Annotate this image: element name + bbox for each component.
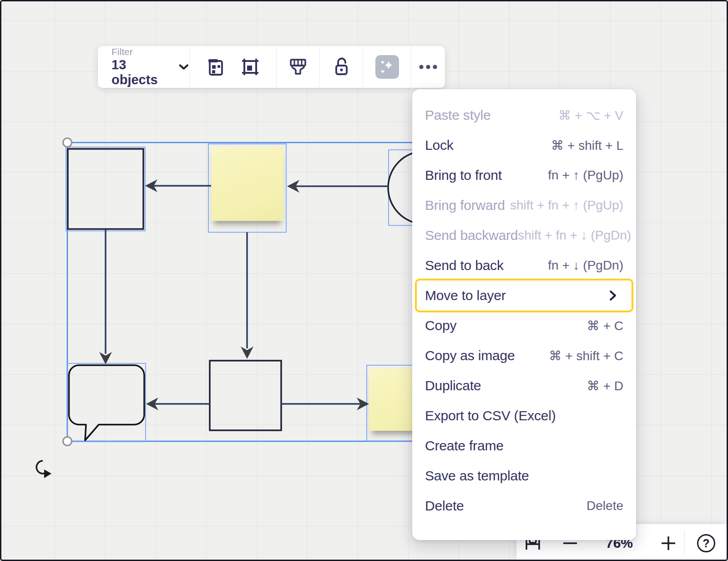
filter-dropdown[interactable]: Filter 13 objects bbox=[98, 46, 190, 88]
menu-item-delete[interactable]: Delete Delete bbox=[412, 491, 636, 521]
question-mark-icon: ? bbox=[697, 534, 715, 552]
chevron-down-icon bbox=[178, 63, 189, 71]
sparkles-icon bbox=[378, 57, 397, 76]
menu-item-export-to-csv[interactable]: Export to CSV (Excel) bbox=[412, 401, 636, 431]
arrange-icon bbox=[205, 56, 226, 77]
lock-button[interactable] bbox=[331, 56, 352, 78]
frame-button[interactable] bbox=[240, 56, 261, 77]
zoom-bar-divider bbox=[684, 530, 685, 553]
menu-item-create-frame[interactable]: Create frame bbox=[412, 431, 636, 461]
arrange-button[interactable] bbox=[205, 56, 226, 77]
sticky-note-top[interactable] bbox=[211, 147, 283, 221]
plus-icon bbox=[661, 536, 676, 551]
help-button[interactable]: ? bbox=[697, 534, 715, 552]
more-icon bbox=[419, 64, 438, 70]
chevron-right-icon bbox=[609, 289, 617, 302]
style-button[interactable] bbox=[287, 56, 309, 78]
filter-value: 13 objects bbox=[111, 57, 170, 88]
frame-icon bbox=[240, 56, 261, 77]
menu-item-paste-style: Paste style ⌘ + ⌥ + V bbox=[412, 100, 636, 130]
zoom-in-button[interactable] bbox=[661, 536, 676, 551]
menu-item-lock[interactable]: Lock ⌘ + shift + L bbox=[412, 130, 636, 160]
menu-item-move-to-layer[interactable]: Move to layer bbox=[412, 280, 636, 311]
context-menu: Paste style ⌘ + ⌥ + V Lock ⌘ + shift + L… bbox=[412, 89, 636, 540]
ai-assist-button[interactable] bbox=[375, 55, 399, 79]
menu-item-save-as-template[interactable]: Save as template bbox=[412, 461, 636, 491]
unlock-icon bbox=[331, 56, 352, 78]
menu-item-copy[interactable]: Copy ⌘ + C bbox=[412, 311, 636, 341]
whiteboard-app: 76% ? Filter 13 objects bbox=[0, 0, 728, 561]
filter-label: Filter bbox=[111, 46, 170, 57]
paintbrush-icon bbox=[287, 56, 309, 78]
more-options-button[interactable] bbox=[419, 64, 438, 70]
menu-item-copy-as-image[interactable]: Copy as image ⌘ + shift + C bbox=[412, 341, 636, 371]
menu-item-send-to-back[interactable]: Send to back fn + ↓ (PgDn) bbox=[412, 250, 636, 280]
menu-item-bring-forward: Bring forward shift + fn + ↑ (PgUp) bbox=[412, 190, 636, 220]
menu-item-send-backward: Send backward shift + fn + ↓ (PgDn) bbox=[412, 220, 636, 250]
selection-toolbar: Filter 13 objects bbox=[98, 46, 445, 88]
zoom-out-button[interactable] bbox=[562, 541, 578, 545]
menu-item-duplicate[interactable]: Duplicate ⌘ + D bbox=[412, 371, 636, 401]
minus-icon bbox=[562, 541, 578, 545]
menu-item-bring-to-front[interactable]: Bring to front fn + ↑ (PgUp) bbox=[412, 160, 636, 190]
